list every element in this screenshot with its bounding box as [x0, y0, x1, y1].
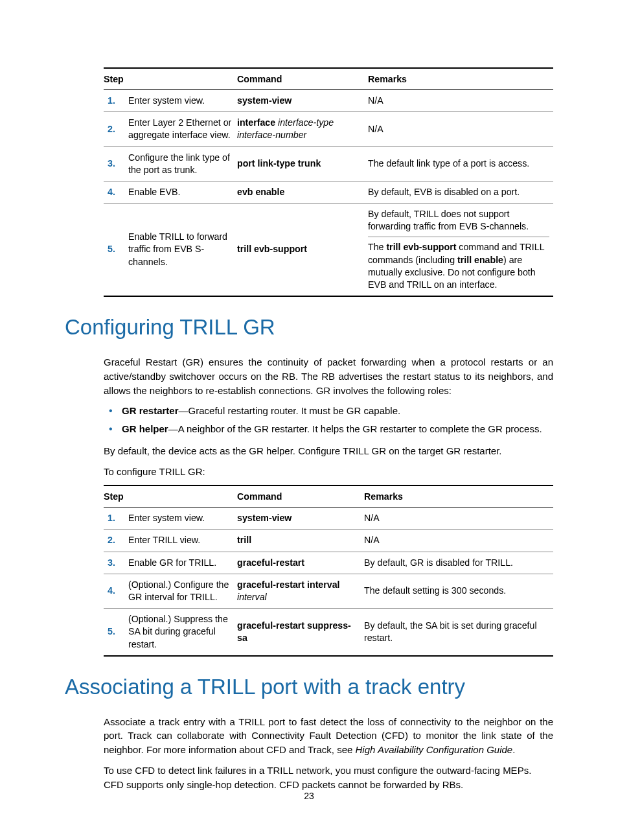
step-text: Enter system view. — [128, 90, 237, 112]
command-text: system-view — [237, 508, 364, 530]
remarks-text: By default, the SA bit is set during gra… — [364, 609, 553, 656]
step-text: (Optional.) Suppress the SA bit during g… — [128, 609, 237, 656]
bullet-list: GR restarter—Graceful restarting router.… — [104, 404, 553, 436]
command-text: graceful-restart interval interval — [237, 574, 364, 608]
step-number: 5. — [104, 204, 128, 297]
step-text: Enter system view. — [128, 508, 237, 530]
step-text: Enable EVB. — [128, 181, 237, 203]
step-text: (Optional.) Configure the GR interval fo… — [128, 574, 237, 608]
remarks-text: By default, EVB is disabled on a port. — [368, 181, 553, 203]
list-item: GR helper—A neighbor of the GR restarter… — [104, 422, 553, 436]
page-number: 23 — [0, 791, 618, 801]
procedure-table-gr: Step Command Remarks 1. Enter system vie… — [104, 485, 553, 656]
table-row: 3. Enable GR for TRILL. graceful-restart… — [104, 552, 553, 574]
procedure-table-evb: Step Command Remarks 1. Enter system vie… — [104, 67, 553, 297]
heading-configuring-trill-gr: Configuring TRILL GR — [65, 315, 553, 340]
command-text: evb enable — [237, 181, 368, 203]
step-number: 1. — [104, 508, 128, 530]
remarks-text: N/A — [364, 508, 553, 530]
step-number: 3. — [104, 552, 128, 574]
table-row: 1. Enter system view. system-view N/A — [104, 90, 553, 112]
paragraph: Graceful Restart (GR) ensures the contin… — [104, 355, 553, 397]
table-row: 2. Enter TRILL view. trill N/A — [104, 530, 553, 552]
table-row: 4. Enable EVB. evb enable By default, EV… — [104, 181, 553, 203]
heading-associating-trill-port: Associating a TRILL port with a track en… — [65, 675, 553, 699]
command-text: graceful-restart suppress-sa — [237, 609, 364, 656]
th-step: Step — [104, 485, 237, 508]
command-text: graceful-restart — [237, 552, 364, 574]
table-row: 3. Configure the link type of the port a… — [104, 146, 553, 181]
step-number: 1. — [104, 90, 128, 112]
step-number: 4. — [104, 181, 128, 203]
step-number: 5. — [104, 609, 128, 656]
th-step: Step — [104, 68, 237, 90]
table-row: 5. (Optional.) Suppress the SA bit durin… — [104, 609, 553, 656]
table-row: 4. (Optional.) Configure the GR interval… — [104, 574, 553, 608]
step-number: 3. — [104, 146, 128, 181]
remarks-text: By default, GR is disabled for TRILL. — [364, 552, 553, 574]
th-remarks: Remarks — [368, 68, 553, 90]
step-number: 2. — [104, 112, 128, 146]
th-command: Command — [237, 485, 364, 508]
command-text: interface interface-type interface-numbe… — [237, 112, 368, 146]
remarks-text: N/A — [364, 530, 553, 552]
step-text: Enter Layer 2 Ethernet or aggregate inte… — [128, 112, 237, 146]
step-number: 4. — [104, 574, 128, 608]
step-text: Configure the link type of the port as t… — [128, 146, 237, 181]
th-remarks: Remarks — [364, 485, 553, 508]
step-text: Enable GR for TRILL. — [128, 552, 237, 574]
table-row: 5. Enable TRILL to forward traffic from … — [104, 204, 553, 297]
remarks-text: N/A — [368, 90, 553, 112]
paragraph: Associate a track entry with a TRILL por… — [104, 715, 553, 757]
remarks-text: N/A — [368, 112, 553, 146]
table-row: 1. Enter system view. system-view N/A — [104, 508, 553, 530]
list-item: GR restarter—Graceful restarting router.… — [104, 404, 553, 418]
command-text: trill evb-support — [237, 204, 368, 297]
paragraph: By default, the device acts as the GR he… — [104, 444, 553, 458]
step-number: 2. — [104, 530, 128, 552]
table-row: 2. Enter Layer 2 Ethernet or aggregate i… — [104, 112, 553, 146]
paragraph: To use CFD to detect link failures in a … — [104, 764, 553, 792]
step-text: Enter TRILL view. — [128, 530, 237, 552]
step-text: Enable TRILL to forward traffic from EVB… — [128, 204, 237, 297]
remarks-text: The default link type of a port is acces… — [368, 146, 553, 181]
command-text: port link-type trunk — [237, 146, 368, 181]
th-command: Command — [237, 68, 368, 90]
command-text: system-view — [237, 90, 368, 112]
paragraph: To configure TRILL GR: — [104, 465, 553, 479]
command-text: trill — [237, 530, 364, 552]
remarks-text: By default, TRILL does not support forwa… — [368, 204, 553, 297]
remarks-text: The default setting is 300 seconds. — [364, 574, 553, 608]
